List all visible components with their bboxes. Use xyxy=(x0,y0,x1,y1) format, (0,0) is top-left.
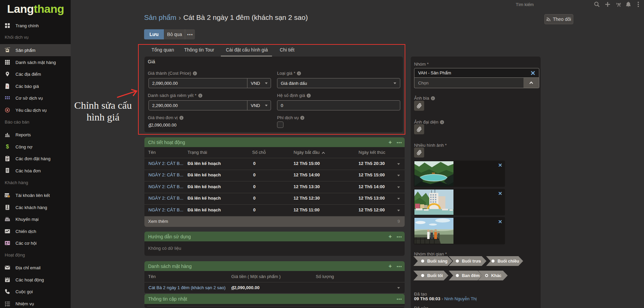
svg-text:$: $ xyxy=(7,85,8,88)
